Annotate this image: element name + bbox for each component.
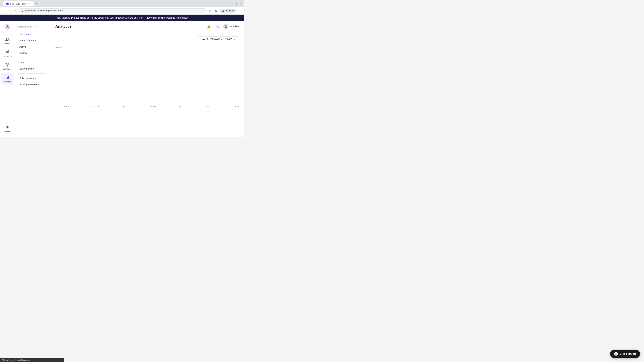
nav-actions: ☆ ⊞ Incognito ⋮: [208, 8, 242, 13]
submenu-item-custom-fields[interactable]: Custom fields: [16, 66, 48, 72]
grid-line-4: [64, 61, 239, 61]
nav-bar: ← → ✕ 🔒 getdrip.com/7641396/reports/site…: [0, 7, 244, 14]
sidebar-item-people[interactable]: People: [1, 35, 14, 46]
chart-y-label: Visitors: [55, 46, 239, 49]
submenu-sidebar: Collapse menu → Dashboard Saved segments…: [15, 21, 50, 137]
minimize-btn[interactable]: —: [231, 2, 234, 5]
upgrade-link[interactable]: Upgrade to paid now: [166, 16, 188, 19]
submenu-item-pruning-operations[interactable]: Pruning operations: [16, 81, 48, 87]
incognito-icon: [222, 9, 224, 12]
chart-wrapper: Visitors Nov 15 Nov 19 Nov 23: [55, 46, 239, 108]
url-text: getdrip.com/7641396/reports/site_traffic: [25, 9, 64, 12]
chart-x-axis: Nov 15 Nov 19 Nov 23 Nov 27 Dec 1 Dec 5 …: [64, 105, 239, 108]
svg-rect-12: [6, 78, 6, 79]
svg-point-8: [8, 38, 9, 39]
reload-btn[interactable]: ✕: [13, 8, 18, 13]
submenu-item-active[interactable]: Active: [16, 44, 48, 50]
more-btn[interactable]: ⋮: [238, 8, 242, 13]
collapse-label: Collapse menu: [18, 25, 32, 28]
tab-favicon: [6, 2, 9, 5]
svg-point-6: [8, 27, 9, 28]
submenu-custom-fields-label: Custom fields: [20, 67, 34, 70]
sidebar-item-workflows[interactable]: Workflows: [1, 60, 14, 72]
nav-arrows: ← → ✕: [2, 8, 18, 13]
x-label-2: Nov 23: [121, 105, 128, 108]
header-right: 🔔 🔍 Moodjoy: [206, 23, 239, 29]
browser-titlebar: Site Traffic · Drip × + — ⧉ ✕: [0, 0, 244, 7]
tab-close-btn[interactable]: ×: [28, 2, 31, 5]
campaigns-icon: [5, 49, 10, 55]
submenu-bulk-label: Bulk operations: [20, 77, 36, 80]
sidebar-label-settings: Settings: [4, 130, 11, 132]
browser-chrome: Site Traffic · Drip × + — ⧉ ✕ ← → ✕ 🔒 ge…: [0, 0, 244, 15]
main-layout: People Campaigns: [0, 21, 244, 137]
logo[interactable]: [4, 23, 11, 31]
trial-prefix: Your trial has: [56, 16, 71, 19]
analytics-active-bar: [1, 73, 1, 84]
collapse-icon[interactable]: →: [33, 25, 37, 28]
new-tab-btn[interactable]: +: [34, 1, 39, 6]
x-label-5: Dec 5: [206, 105, 211, 108]
grid-line-2: [64, 82, 239, 82]
svg-point-4: [6, 25, 8, 27]
svg-rect-2: [224, 10, 224, 10]
icon-sidebar: People Campaigns: [0, 21, 15, 137]
submenu-dashboard-label: Dashboard: [20, 33, 31, 36]
trial-middle: to go. All the power is at your fingerti…: [84, 16, 147, 19]
incognito-badge: Incognito: [220, 8, 236, 13]
submenu-inactive-label: Inactive: [20, 52, 28, 54]
settings-icon: [5, 124, 10, 130]
trial-days: 14 days left: [71, 16, 84, 19]
sidebar-item-analytics[interactable]: Analytics: [1, 73, 14, 84]
forward-btn[interactable]: →: [8, 8, 12, 13]
submenu-item-saved-segments[interactable]: Saved segments: [16, 37, 48, 43]
svg-point-3: [4, 24, 10, 30]
sidebar-label-people: People: [4, 42, 10, 44]
bookmark-btn[interactable]: ☆: [208, 8, 212, 13]
grid-line-3: [64, 72, 239, 72]
search-btn[interactable]: 🔍: [214, 23, 220, 29]
date-range-picker[interactable]: Nov 12, 2023 — Dec 12, 2023 ▼: [198, 36, 239, 42]
user-avatar: [223, 24, 228, 29]
lock-icon: 🔒: [21, 9, 24, 12]
collapse-menu-btn[interactable]: Collapse menu →: [15, 23, 50, 31]
chart-container: Nov 12, 2023 — Dec 12, 2023 ▼ Visitors: [50, 32, 244, 112]
submenu-item-inactive[interactable]: Inactive: [16, 50, 48, 56]
svg-rect-14: [8, 76, 9, 79]
people-icon: [5, 36, 10, 42]
svg-rect-11: [7, 65, 8, 66]
restore-btn[interactable]: ⧉: [235, 2, 238, 5]
back-btn[interactable]: ←: [2, 8, 7, 13]
sidebar-label-workflows: Workflows: [3, 68, 12, 70]
user-name: Moodjoy: [230, 25, 239, 28]
submenu-item-bulk-operations[interactable]: Bulk operations: [16, 75, 48, 81]
close-window-btn[interactable]: ✕: [239, 2, 242, 5]
x-label-3: Nov 27: [150, 105, 156, 108]
avatar-icon: [224, 25, 228, 28]
submenu-item-dashboard[interactable]: Dashboard: [16, 31, 48, 37]
submenu-tags-label: Tags: [20, 61, 24, 64]
sidebar-item-settings[interactable]: Settings: [1, 123, 14, 134]
incognito-label: Incognito: [226, 9, 234, 12]
analytics-icon: [5, 75, 10, 80]
address-bar[interactable]: 🔒 getdrip.com/7641396/reports/site_traff…: [19, 8, 206, 13]
app: Your trial has 14 days left to go. All t…: [0, 15, 244, 137]
sidebar-item-campaigns[interactable]: Campaigns: [1, 48, 14, 59]
notifications-btn[interactable]: 🔔: [206, 23, 212, 29]
date-range-text: Nov 12, 2023 — Dec 12, 2023: [201, 38, 232, 40]
svg-rect-10: [8, 63, 9, 64]
x-label-6: Dec 9: [234, 105, 239, 108]
tab-title: Site Traffic · Drip: [10, 3, 26, 5]
x-label-0: Nov 15: [64, 105, 70, 108]
active-tab[interactable]: Site Traffic · Drip ×: [3, 1, 34, 6]
submenu-pruning-label: Pruning operations: [20, 83, 39, 86]
content-header: Analytics 🔔 🔍 Moodjoy: [50, 21, 244, 32]
svg-point-7: [6, 38, 8, 39]
user-info[interactable]: Moodjoy: [223, 24, 239, 29]
chart-grid: [64, 50, 239, 104]
workflows-icon: [5, 62, 10, 67]
page-title: Analytics: [55, 24, 72, 29]
svg-rect-13: [7, 77, 8, 79]
extensions-btn[interactable]: ⊞: [214, 8, 218, 13]
submenu-item-tags[interactable]: Tags: [16, 59, 48, 65]
